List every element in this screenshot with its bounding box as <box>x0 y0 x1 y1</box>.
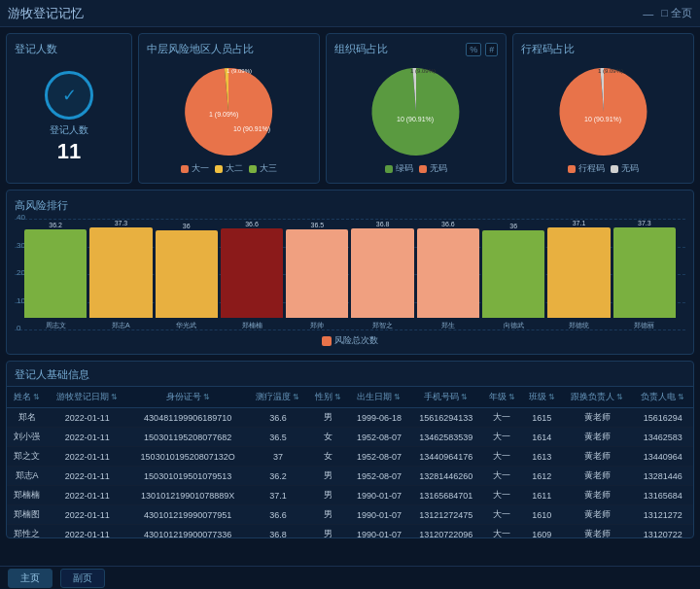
cell-phone: 13165684701 <box>410 486 482 505</box>
minimize-btn[interactable]: — <box>643 8 653 19</box>
bar-fill <box>24 229 87 318</box>
bar-value: 36 <box>509 223 517 229</box>
pie2-pct-btn[interactable]: % <box>466 43 481 56</box>
cell-temp: 36.8 <box>248 525 308 538</box>
pie2-svg: 10 (90.91%) 1 (9.09%) <box>368 63 465 156</box>
bar-label: 郑生 <box>441 321 455 330</box>
table-row: 刘小强 2022-01-11 150301195208077682 36.5 女… <box>7 428 693 447</box>
reg-number: 11 <box>57 139 81 164</box>
pie-card-1: 中层风险地区人员占比 1 (9.09%) 10 (90.91%) 1 (9.09… <box>138 33 320 184</box>
footer-tab-sub[interactable]: 副页 <box>60 569 105 588</box>
bar-label: 华光武 <box>176 321 196 330</box>
footer: 主页 副页 <box>0 566 700 589</box>
chart-legend-label: 风险总次数 <box>334 334 378 347</box>
cell-temp: 36.5 <box>248 428 308 447</box>
cell-gender: 女 <box>308 447 348 467</box>
bar-section: 高风险排行 40 30 20 10 0 36.2 周志文 37.3 郑志A 36… <box>6 190 694 355</box>
cell-gender: 女 <box>308 428 348 447</box>
cell-class: 1612 <box>522 467 562 486</box>
cell-name: 郑之文 <box>7 447 47 467</box>
cell-tel: 15616294 <box>633 408 693 428</box>
pie1-legend: 大一 大二 大三 <box>147 162 311 175</box>
reg-circle: ✓ 登记人数 11 <box>15 60 123 175</box>
col-phone[interactable]: 手机号码⇅ <box>410 387 482 408</box>
legend-label-2: 大二 <box>226 162 243 175</box>
cell-temp: 37.1 <box>248 486 308 505</box>
cell-grade: 大一 <box>482 486 522 505</box>
legend-label-wuma3: 无码 <box>621 162 639 175</box>
pie3-header: 行程码占比 <box>521 42 685 56</box>
svg-text:1 (9.09%): 1 (9.09%) <box>410 68 436 74</box>
col-date[interactable]: 游牧登记日期⇅ <box>47 387 127 408</box>
bar-value: 36.8 <box>376 221 390 227</box>
bar-value: 36 <box>183 223 191 229</box>
pie2-body: 10 (90.91%) 1 (9.09%) <box>334 60 499 158</box>
reg-count-card: 登记人数 ✓ 登记人数 11 <box>6 33 132 184</box>
header: 游牧登记记忆 — □ 全页 <box>0 0 700 27</box>
cell-birth: 1952-08-07 <box>348 428 409 447</box>
bar-fill <box>351 228 413 318</box>
bar-value: 37.1 <box>573 220 586 226</box>
bar-label: 郑德统 <box>569 321 589 330</box>
cell-grade: 大一 <box>482 447 522 467</box>
bar-fill <box>221 228 283 318</box>
app-title: 游牧登记记忆 <box>8 5 84 22</box>
col-class[interactable]: 班级⇅ <box>522 387 562 408</box>
table-row: 郑楠楠 2022-01-11 130101219901078889X 37.1 … <box>7 486 693 505</box>
cell-name: 郑性之 <box>7 525 47 538</box>
col-grade[interactable]: 年级⇅ <box>482 387 522 408</box>
table-row: 郑志A 2022-01-11 150301019501079513 36.2 男… <box>7 467 693 486</box>
reg-circle-icon: ✓ <box>45 71 93 120</box>
main-content: 登记人数 ✓ 登记人数 11 中层风险地区人员占比 <box>0 27 700 566</box>
svg-text:1 (9.09%): 1 (9.09%) <box>598 68 623 74</box>
bar-group: 36.2 周志文 <box>24 219 87 330</box>
cell-date: 2022-01-11 <box>47 428 127 447</box>
legend-item-3: 大三 <box>249 162 277 175</box>
pie2-controls: % # <box>466 43 498 56</box>
pie-card-2: 组织码占比 % # 10 (90.91%) 1 (9.09%) <box>326 33 508 184</box>
cell-phone: 13120722096 <box>410 525 482 538</box>
cell-tel: 13440964 <box>633 447 693 467</box>
table-row: 郑性之 2022-01-11 430101219900077336 36.8 男… <box>7 525 693 538</box>
col-teacher[interactable]: 跟换负责人⇅ <box>562 387 633 408</box>
table-header-row: 姓名⇅ 游牧登记日期⇅ 身份证号⇅ 测疗温度⇅ 性别⇅ 出生日期⇅ 手机号码⇅ … <box>7 387 693 408</box>
col-gender[interactable]: 性别⇅ <box>308 387 348 408</box>
cell-gender: 男 <box>308 408 348 428</box>
col-id[interactable]: 身份证号⇅ <box>127 387 247 408</box>
bar-label: 郑德丽 <box>634 321 654 330</box>
pie2-num-btn[interactable]: # <box>485 43 498 56</box>
chart-legend-item: 风险总次数 <box>322 334 378 347</box>
cell-tel: 13121272 <box>633 505 693 525</box>
bar-value: 36.6 <box>245 221 259 227</box>
cell-grade: 大一 <box>482 408 522 428</box>
legend-item-1: 大一 <box>181 162 209 175</box>
svg-text:1 (9.09%): 1 (9.09%) <box>227 68 252 74</box>
cell-birth: 1952-08-07 <box>348 467 409 486</box>
legend-item-yima: 绿码 <box>385 162 413 175</box>
svg-text:10 (90.91%): 10 (90.91%) <box>233 125 270 133</box>
table-scroll[interactable]: 姓名⇅ 游牧登记日期⇅ 身份证号⇅ 测疗温度⇅ 性别⇅ 出生日期⇅ 手机号码⇅ … <box>7 387 693 537</box>
cell-tel: 13462583 <box>633 428 693 447</box>
cell-gender: 男 <box>308 525 348 538</box>
col-birth[interactable]: 出生日期⇅ <box>348 387 409 408</box>
cell-gender: 男 <box>308 467 348 486</box>
cell-date: 2022-01-11 <box>47 525 127 538</box>
bar-group: 36.6 郑生 <box>417 219 479 330</box>
cell-date: 2022-01-11 <box>47 486 127 505</box>
cell-name: 刘小强 <box>7 428 47 447</box>
cell-phone: 13462583539 <box>410 428 482 447</box>
cell-teacher: 黄老师 <box>562 428 633 447</box>
cell-teacher: 黄老师 <box>562 467 633 486</box>
chart-legend-dot <box>322 336 332 346</box>
col-name[interactable]: 姓名⇅ <box>7 387 47 408</box>
col-temp[interactable]: 测疗温度⇅ <box>248 387 308 408</box>
maximize-btn[interactable]: □ 全页 <box>661 6 692 20</box>
bar-fill <box>547 227 610 318</box>
col-tel[interactable]: 负责人电⇅ <box>633 387 693 408</box>
table-head: 姓名⇅ 游牧登记日期⇅ 身份证号⇅ 测疗温度⇅ 性别⇅ 出生日期⇅ 手机号码⇅ … <box>7 387 693 408</box>
pie2-title: 组织码占比 <box>334 42 388 56</box>
footer-tab-main[interactable]: 主页 <box>8 569 52 588</box>
cell-teacher: 黄老师 <box>562 505 633 525</box>
cell-gender: 男 <box>308 505 348 525</box>
legend-dot-green <box>249 165 257 173</box>
